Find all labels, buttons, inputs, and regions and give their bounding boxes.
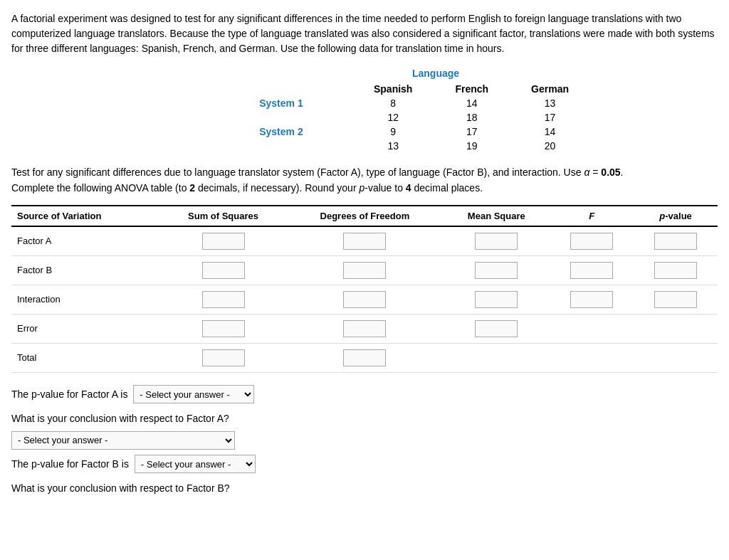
intro-paragraph: A factorial experiment was designed to t… <box>11 11 718 56</box>
french-header: French <box>434 82 510 96</box>
data-table-wrapper: Language Spanish French German System 1 … <box>11 68 718 153</box>
bottom-questions: The p-value for Factor A is - Select you… <box>11 384 718 498</box>
total-ss-input[interactable] <box>202 349 245 366</box>
factor-b-conclusion-question: What is your conclusion with respect to … <box>11 478 718 498</box>
instructions: Test for any significant differences due… <box>11 164 718 196</box>
error-df-input[interactable] <box>343 320 386 337</box>
anova-row-error: Error <box>11 314 718 343</box>
interaction-ss-input[interactable] <box>202 291 245 308</box>
cell-s2-spanish-2: 13 <box>352 139 434 153</box>
cell-s2-french-1: 17 <box>434 125 510 139</box>
intro-text: A factorial experiment was designed to t… <box>11 13 715 54</box>
header-ss: Sum of Squares <box>159 206 286 226</box>
factor-a-conclusion-select[interactable]: - Select your answer - Reject H0, there … <box>11 431 235 450</box>
system2-label: System 2 <box>210 125 352 139</box>
equals-value: = 0.05. <box>592 167 623 178</box>
anova-row-factor-b: Factor B <box>11 255 718 285</box>
factor-a-f-input[interactable] <box>570 233 613 250</box>
cell-s1-spanish-2: 12 <box>352 110 434 125</box>
table-row: 12 18 17 <box>210 110 590 125</box>
factor-b-conclusion-label: What is your conclusion with respect to … <box>11 482 230 494</box>
factor-a-conclusion-select-wrapper: - Select your answer - Reject H0, there … <box>11 431 718 450</box>
factor-b-pvalue-input[interactable] <box>654 262 697 279</box>
interaction-ms-input[interactable] <box>475 291 518 308</box>
cell-s2-spanish-1: 9 <box>352 125 434 139</box>
table-row: 13 19 20 <box>210 139 590 153</box>
error-ss-input[interactable] <box>202 320 245 337</box>
cell-s2-german-1: 14 <box>510 125 590 139</box>
data-table: Spanish French German System 1 8 14 13 1… <box>210 82 590 153</box>
factor-b-pvalue-label: The p-value for Factor B is <box>11 458 129 470</box>
test-instruction-line2: Complete the following ANOVA table (to 2… <box>11 182 483 194</box>
cell-s2-french-2: 19 <box>434 139 510 153</box>
factor-a-ms-input[interactable] <box>475 233 518 250</box>
factor-a-df-input[interactable] <box>343 233 386 250</box>
cell-s1-spanish-1: 8 <box>352 96 434 110</box>
anova-row-factor-a: Factor A <box>11 226 718 256</box>
interaction-f-input[interactable] <box>570 291 613 308</box>
cell-s1-german-2: 17 <box>510 110 590 125</box>
factor-a-conclusion-label: What is your conclusion with respect to … <box>11 413 229 424</box>
anova-row-interaction: Interaction <box>11 285 718 314</box>
factor-b-pvalue-select-wrapper: - Select your answer - less than 0.01 be… <box>135 454 256 474</box>
anova-table: Source of Variation Sum of Squares Degre… <box>11 205 718 373</box>
cell-s1-french-2: 18 <box>434 110 510 125</box>
table-row: System 1 8 14 13 <box>210 96 590 110</box>
factor-a-pvalue-question: The p-value for Factor A is - Select you… <box>11 384 718 404</box>
factor-a-pvalue-select-wrapper: - Select your answer - less than 0.01 be… <box>133 384 254 404</box>
alpha-symbol: α <box>584 167 592 178</box>
cell-s1-german-1: 13 <box>510 96 590 110</box>
interaction-pvalue-input[interactable] <box>654 291 697 308</box>
table-row: System 2 9 17 14 <box>210 125 590 139</box>
test-instruction-line1: Test for any significant differences due… <box>11 167 582 178</box>
total-df-input[interactable] <box>343 349 386 366</box>
factor-b-ms-input[interactable] <box>475 262 518 279</box>
factor-a-conclusion-question: What is your conclusion with respect to … <box>11 408 718 428</box>
factor-a-pvalue-label: The p-value for Factor A is <box>11 389 127 400</box>
interaction-label: Interaction <box>11 285 159 314</box>
factor-b-pvalue-question: The p-value for Factor B is - Select you… <box>11 454 718 474</box>
factor-b-f-input[interactable] <box>570 262 613 279</box>
header-pvalue: p-value <box>634 206 718 226</box>
factor-a-ss-input[interactable] <box>202 233 245 250</box>
factor-b-df-input[interactable] <box>343 262 386 279</box>
factor-a-label: Factor A <box>11 226 159 256</box>
error-label: Error <box>11 314 159 343</box>
system1-label: System 1 <box>210 96 352 110</box>
header-source: Source of Variation <box>11 206 159 226</box>
interaction-df-input[interactable] <box>343 291 386 308</box>
cell-s1-french-1: 14 <box>434 96 510 110</box>
cell-s2-german-2: 20 <box>510 139 590 153</box>
anova-row-total: Total <box>11 343 718 372</box>
header-df: Degrees of Freedom <box>287 206 444 226</box>
german-header: German <box>510 82 590 96</box>
factor-a-pvalue-input[interactable] <box>654 233 697 250</box>
header-ms: Mean Square <box>443 206 550 226</box>
language-header: Language <box>412 68 459 79</box>
factor-a-pvalue-select[interactable]: - Select your answer - less than 0.01 be… <box>133 385 254 403</box>
factor-b-ss-input[interactable] <box>202 262 245 279</box>
header-f: F <box>550 206 634 226</box>
factor-b-label: Factor B <box>11 255 159 285</box>
spanish-header: Spanish <box>352 82 434 96</box>
total-label: Total <box>11 343 159 372</box>
error-ms-input[interactable] <box>475 320 518 337</box>
factor-b-pvalue-select[interactable]: - Select your answer - less than 0.01 be… <box>135 455 256 473</box>
